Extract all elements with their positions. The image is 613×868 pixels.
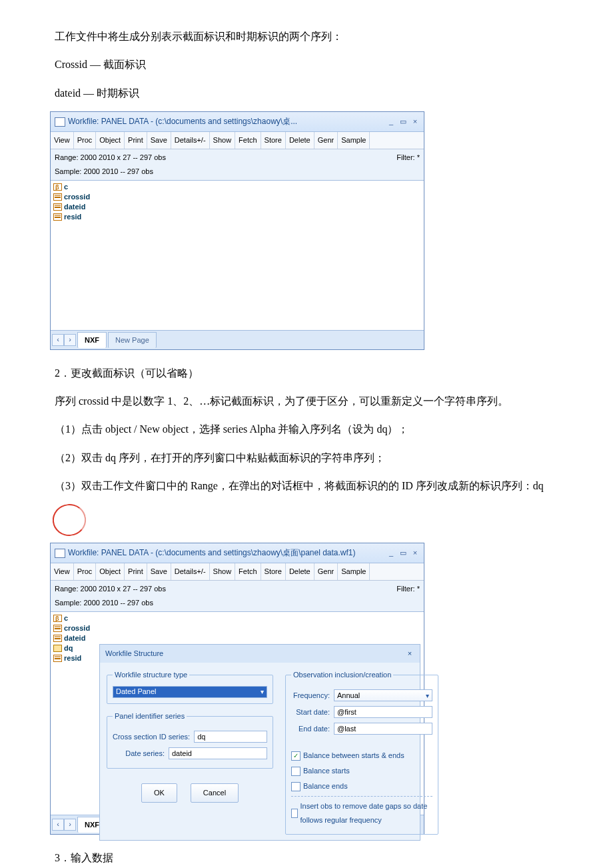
tb-view[interactable]: View [51, 132, 74, 149]
date-series-label: Date series: [113, 747, 165, 761]
tb-delete[interactable]: Delete [286, 563, 314, 580]
item-label: dateid [64, 202, 85, 212]
sec3-title: 3．输入数据 [33, 848, 580, 868]
tb-sample[interactable]: Sample [338, 563, 370, 580]
sec2-s2: （2）双击 dq 序列，在打开的序列窗口中粘贴截面标识的字符串序列； [33, 448, 580, 468]
tb-print[interactable]: Print [125, 563, 147, 580]
chk-balance-starts[interactable]: Balance starts [291, 764, 432, 778]
list-item[interactable]: dateid [53, 202, 421, 212]
dialog-title: Workfile Structure × [100, 645, 420, 663]
group-legend: Panel identifier series [113, 709, 187, 723]
item-label: crossid [64, 192, 90, 202]
toolbar: View Proc Object Print Save Details+/- S… [51, 132, 424, 149]
chk-balance-between[interactable]: ✓Balance between starts & ends [291, 749, 432, 763]
list-item[interactable]: c [53, 613, 421, 623]
sec2-title: 2．更改截面标识（可以省略） [33, 363, 580, 383]
minimize-icon[interactable]: _ [386, 115, 396, 129]
tb-store[interactable]: Store [261, 563, 286, 580]
tb-show[interactable]: Show [210, 563, 236, 580]
window-title: Workfile: PANEL DATA - (c:\documents and… [68, 114, 297, 129]
annotation-circle-icon [51, 503, 87, 538]
tb-view[interactable]: View [51, 563, 74, 580]
chevron-down-icon: ▾ [426, 689, 429, 702]
titlebar[interactable]: Workfile: PANEL DATA - (c:\documents and… [51, 543, 424, 563]
list-item[interactable]: crossid [53, 623, 421, 633]
tab-prev-icon[interactable]: ‹ [52, 819, 64, 831]
checkbox-icon [291, 809, 298, 818]
tb-fetch[interactable]: Fetch [235, 563, 261, 580]
list-item[interactable]: c [53, 182, 421, 192]
minimize-icon[interactable]: _ [386, 546, 396, 560]
tb-genr[interactable]: Genr [314, 563, 338, 580]
item-label: c [64, 182, 68, 192]
coef-icon [53, 615, 62, 622]
tb-proc[interactable]: Proc [74, 132, 97, 149]
tb-store[interactable]: Store [261, 132, 286, 149]
list-item[interactable]: resid [53, 212, 421, 222]
tb-proc[interactable]: Proc [74, 563, 97, 580]
item-label: dq [64, 643, 73, 653]
tb-show[interactable]: Show [210, 132, 236, 149]
series-icon [53, 203, 62, 211]
cross-section-input[interactable] [194, 731, 267, 743]
cancel-button[interactable]: Cancel [191, 783, 239, 803]
date-series-input[interactable] [169, 747, 267, 759]
toolbar: View Proc Object Print Save Details+/- S… [51, 563, 424, 581]
workfile-window-1: Workfile: PANEL DATA - (c:\documents and… [50, 111, 424, 349]
frequency-select[interactable]: Annual▾ [334, 689, 432, 701]
sample-text: Sample: 2000 2010 -- 297 obs [55, 596, 166, 610]
group-legend: Observation inclusion/creation [291, 668, 393, 682]
chk-balance-ends[interactable]: Balance ends [291, 779, 432, 793]
ok-button[interactable]: OK [141, 783, 177, 803]
close-icon[interactable]: × [410, 115, 420, 129]
tb-details[interactable]: Details+/- [171, 563, 210, 580]
tb-details[interactable]: Details+/- [171, 132, 210, 149]
restore-icon[interactable]: ▭ [398, 115, 408, 129]
series-icon [53, 625, 62, 632]
tb-print[interactable]: Print [125, 132, 147, 149]
chevron-down-icon: ▾ [261, 685, 264, 698]
workfile-window-2: Workfile: PANEL DATA - (c:\documents and… [50, 543, 424, 834]
cross-section-label: Cross section ID series: [113, 730, 190, 744]
start-date-input[interactable] [334, 706, 432, 718]
chk-insert-obs[interactable]: Insert obs to remove date gaps so date f… [291, 799, 432, 827]
range-text: Range: 2000 2010 x 27 -- 297 obs [55, 151, 166, 165]
list-item[interactable]: dateid [53, 633, 421, 643]
tb-save[interactable]: Save [147, 563, 171, 580]
end-date-input[interactable] [334, 723, 432, 735]
range-bar[interactable]: Range: 2000 2010 x 27 -- 297 obs Sample:… [51, 149, 424, 181]
tab-newpage[interactable]: New Page [108, 332, 157, 348]
coef-icon [53, 183, 62, 191]
tab-prev-icon[interactable]: ‹ [52, 334, 64, 346]
tb-save[interactable]: Save [147, 132, 171, 149]
page-tabs: ‹ › NXF New Page [51, 330, 424, 349]
tb-fetch[interactable]: Fetch [235, 132, 261, 149]
tab-next-icon[interactable]: › [64, 819, 76, 831]
sample-text: Sample: 2000 2010 -- 297 obs [55, 165, 166, 179]
tb-sample[interactable]: Sample [338, 132, 370, 149]
tb-delete[interactable]: Delete [286, 132, 314, 149]
series-icon [53, 193, 62, 201]
tb-object[interactable]: Object [96, 563, 125, 580]
range-text: Range: 2000 2010 x 27 -- 297 obs [55, 582, 166, 596]
app-icon [55, 117, 65, 127]
structure-type-select[interactable]: Dated Panel▾ [113, 686, 267, 698]
sec2-s1: （1）点击 object / New object，选择 series Alph… [33, 419, 580, 439]
frequency-label: Frequency: [291, 689, 330, 703]
para-intro: 工作文件中将生成分别表示截面标识和时期标识的两个序列： [33, 27, 580, 47]
tab-next-icon[interactable]: › [64, 334, 76, 346]
item-label: resid [64, 653, 81, 663]
end-date-label: End date: [291, 722, 330, 736]
titlebar[interactable]: Workfile: PANEL DATA - (c:\documents and… [51, 112, 424, 132]
tab-nxf[interactable]: NXF [77, 332, 107, 348]
close-icon[interactable]: × [405, 647, 414, 661]
tb-object[interactable]: Object [96, 132, 125, 149]
close-icon[interactable]: × [410, 546, 420, 560]
restore-icon[interactable]: ▭ [398, 546, 408, 560]
range-bar[interactable]: Range: 2000 2010 x 27 -- 297 obs Sample:… [51, 581, 424, 612]
list-item[interactable]: crossid [53, 192, 421, 202]
series-icon [53, 213, 62, 221]
item-label: resid [64, 212, 81, 222]
tb-genr[interactable]: Genr [314, 132, 338, 149]
app-icon [55, 549, 65, 558]
